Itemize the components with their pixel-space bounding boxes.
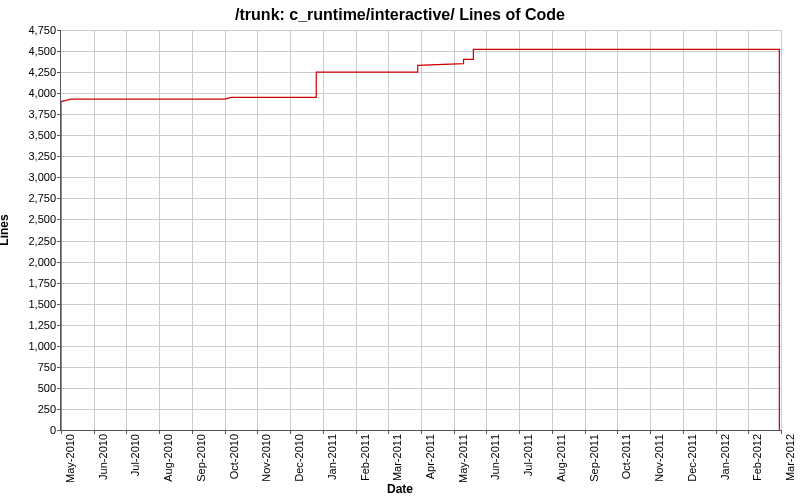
- x-tick-label: Sep-2010: [195, 434, 207, 482]
- x-tick-label: Jul-2010: [129, 434, 141, 476]
- x-tick-label: May-2011: [457, 434, 469, 483]
- x-tick-label: Nov-2010: [260, 434, 272, 482]
- y-tick-label: 2,000: [6, 256, 56, 268]
- x-tick-mark: [61, 430, 62, 434]
- y-tick-label: 1,750: [6, 277, 56, 289]
- x-tick-mark: [748, 430, 749, 434]
- x-tick-label: Feb-2011: [359, 434, 371, 481]
- x-tick-mark: [716, 430, 717, 434]
- chart-title: /trunk: c_runtime/interactive/ Lines of …: [0, 6, 800, 24]
- x-tick-mark: [159, 430, 160, 434]
- x-tick-label: Aug-2010: [162, 434, 174, 482]
- y-tick-label: 750: [6, 361, 56, 373]
- x-tick-label: Jun-2010: [97, 434, 109, 480]
- x-tick-mark: [192, 430, 193, 434]
- chart-container: /trunk: c_runtime/interactive/ Lines of …: [0, 0, 800, 500]
- x-tick-mark: [781, 430, 782, 434]
- x-tick-mark: [683, 430, 684, 434]
- y-tick-label: 2,250: [6, 235, 56, 247]
- y-tick-label: 4,500: [6, 45, 56, 57]
- line-series: [61, 30, 781, 430]
- y-tick-label: 2,750: [6, 192, 56, 204]
- y-tick-label: 4,250: [6, 66, 56, 78]
- x-tick-mark: [225, 430, 226, 434]
- y-tick-label: 1,250: [6, 319, 56, 331]
- x-tick-mark: [585, 430, 586, 434]
- y-tick-label: 3,500: [6, 129, 56, 141]
- x-tick-mark: [454, 430, 455, 434]
- x-tick-label: Jun-2011: [489, 434, 501, 480]
- y-tick-label: 3,750: [6, 108, 56, 120]
- x-tick-label: Dec-2010: [293, 434, 305, 482]
- x-tick-label: Nov-2011: [653, 434, 665, 482]
- x-tick-mark: [94, 430, 95, 434]
- y-tick-label: 500: [6, 382, 56, 394]
- x-tick-label: May-2010: [64, 434, 76, 483]
- x-tick-mark: [323, 430, 324, 434]
- x-tick-mark: [388, 430, 389, 434]
- x-tick-mark: [650, 430, 651, 434]
- x-tick-label: Jul-2011: [522, 434, 534, 476]
- y-tick-label: 4,000: [6, 87, 56, 99]
- y-tick-label: 250: [6, 403, 56, 415]
- x-tick-mark: [519, 430, 520, 434]
- x-tick-mark: [617, 430, 618, 434]
- y-tick-label: 2,500: [6, 213, 56, 225]
- x-tick-label: Oct-2011: [620, 434, 632, 479]
- x-tick-label: Dec-2011: [686, 434, 698, 482]
- y-tick-label: 1,000: [6, 340, 56, 352]
- y-tick-label: 3,000: [6, 171, 56, 183]
- x-tick-label: Apr-2011: [424, 434, 436, 479]
- x-tick-mark: [486, 430, 487, 434]
- y-tick-label: 0: [6, 424, 56, 436]
- x-tick-label: Mar-2012: [784, 434, 796, 481]
- y-tick-label: 4,750: [6, 24, 56, 36]
- y-tick-label: 3,250: [6, 150, 56, 162]
- x-tick-label: Sep-2011: [588, 434, 600, 482]
- x-tick-mark: [126, 430, 127, 434]
- x-tick-label: Mar-2011: [391, 434, 403, 481]
- y-tick-label: 1,500: [6, 298, 56, 310]
- gridline-v: [781, 30, 782, 430]
- x-tick-label: Jan-2011: [326, 434, 338, 480]
- plot-area: [60, 30, 781, 431]
- x-tick-mark: [552, 430, 553, 434]
- x-tick-mark: [421, 430, 422, 434]
- x-tick-label: Aug-2011: [555, 434, 567, 482]
- x-axis-label: Date: [0, 482, 800, 496]
- x-tick-mark: [257, 430, 258, 434]
- x-tick-label: Jan-2012: [719, 434, 731, 480]
- x-tick-mark: [356, 430, 357, 434]
- x-tick-label: Feb-2012: [751, 434, 763, 481]
- x-tick-label: Oct-2010: [228, 434, 240, 479]
- x-tick-mark: [290, 430, 291, 434]
